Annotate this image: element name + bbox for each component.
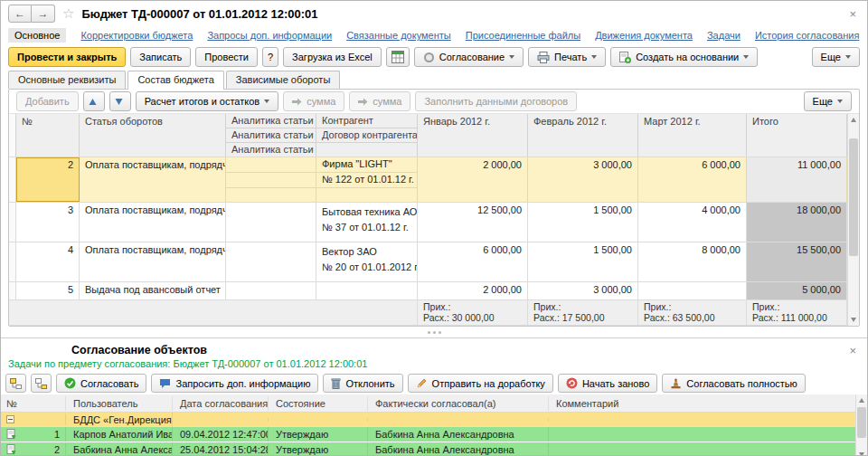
column-header-analytics2[interactable]: Аналитика статьи 2 (226, 128, 316, 143)
column-header-counterparty-label[interactable]: Контрагент (316, 114, 417, 128)
cell-total[interactable]: 11 000,00 (747, 157, 847, 202)
cell-state[interactable]: Утверждаю (269, 427, 368, 442)
cell-feb[interactable]: 1 500,00 (528, 203, 638, 242)
cell-num[interactable]: 3 (16, 203, 80, 242)
column-header-mar[interactable]: Март 2012 г. (638, 114, 747, 157)
tab-budget-content[interactable]: Состав бюджета (127, 71, 223, 90)
column-header-num[interactable]: № (1, 396, 66, 411)
tab-info-requests[interactable]: Запросы доп. информации (207, 30, 332, 41)
cell-jan[interactable]: 6 000,00 (418, 242, 528, 281)
forward-button[interactable]: → (32, 5, 55, 23)
tab-attached-files[interactable]: Присоединенные файлы (466, 30, 580, 41)
vertical-scrollbar[interactable] (847, 114, 859, 326)
cell-mar[interactable]: 6 000,00 (638, 157, 747, 202)
send-rework-button[interactable]: Отправить на доработку (408, 374, 553, 393)
cell-counterparty-name[interactable]: Фирма "LIGHT" (316, 157, 417, 173)
excel-load-button[interactable]: Загрузка из Excel (283, 47, 382, 67)
add-row-button[interactable]: Добавить (16, 91, 79, 111)
column-header-jan[interactable]: Январь 2012 г. (418, 114, 528, 157)
column-header-feb[interactable]: Февраль 2012 г. (528, 114, 638, 157)
save-button[interactable]: Записать (130, 47, 191, 67)
scrollbar-thumb[interactable] (857, 407, 866, 438)
scroll-up-button[interactable] (848, 114, 859, 126)
approval-row[interactable]: 1 Карпов Анатолий Иванович 09.04.2012 12… (1, 427, 855, 442)
excel-table-button[interactable] (386, 47, 410, 67)
cell-num-selected[interactable]: 2 (16, 157, 80, 202)
column-header-analytics1[interactable]: Аналитика статьи 1 (226, 114, 316, 128)
cell-analytics[interactable] (226, 282, 316, 299)
cell-actual[interactable]: Бабкина Анна Александровна (368, 442, 549, 456)
cell-analytics[interactable] (226, 157, 316, 202)
sum-left-button[interactable]: сумма (283, 91, 344, 111)
cell-contract[interactable]: № 122 от 01.01.12 г. (316, 173, 417, 188)
approval-vertical-scrollbar[interactable] (855, 394, 867, 456)
cell-date[interactable]: 25.04.2012 15:04:28 (173, 442, 269, 456)
restart-button[interactable]: Начать заново (558, 374, 657, 393)
column-header-total[interactable]: Итого (747, 114, 847, 157)
cell-num[interactable]: 1 (1, 427, 66, 442)
panel-splitter[interactable] (1, 327, 867, 337)
tab-approval-history[interactable]: История согласования (755, 30, 860, 41)
table-row[interactable]: 2 Оплата поставщикам, подрядчикам Фирма … (9, 157, 847, 203)
cell-jan[interactable]: 2 000,00 (418, 282, 528, 299)
cell-user[interactable]: Бабкина Анна Александровна (66, 442, 173, 456)
column-header-user[interactable]: Пользователь (66, 396, 173, 411)
tab-tasks[interactable]: Задачи (707, 30, 741, 41)
approval-row[interactable]: 2 Бабкина Анна Александровна 25.04.2012 … (1, 442, 855, 456)
back-button[interactable]: ← (8, 5, 32, 23)
column-header-date[interactable]: Дата согласования (173, 396, 269, 411)
cell-feb[interactable]: 3 000,00 (528, 282, 638, 299)
scroll-up-button[interactable] (856, 394, 867, 406)
more-button[interactable]: Еще (812, 47, 860, 67)
move-down-button[interactable] (109, 91, 131, 111)
group-row[interactable]: БДДС «Ген.Дирекция ТД НК» (1, 413, 855, 427)
grid-more-button[interactable]: Еще (804, 91, 852, 111)
post-and-close-button[interactable]: Провести и закрыть (8, 47, 126, 67)
cell-item[interactable]: Оплата поставщикам, подрядчикам (80, 242, 226, 281)
cell-counterparty[interactable]: Бытовая техника АО ЗТ № 37 от 01.01.12 г… (316, 203, 418, 242)
approval-close-icon[interactable]: × (845, 344, 860, 357)
column-header-comment[interactable]: Комментарий (549, 396, 855, 411)
cell-analytics[interactable] (226, 242, 316, 281)
cell-comment[interactable] (549, 432, 855, 436)
scroll-down-button[interactable] (856, 449, 867, 456)
cell-user[interactable]: Карпов Анатолий Иванович (66, 427, 173, 442)
reject-button[interactable]: Отклонить (323, 374, 402, 393)
cell-counterparty[interactable]: Фирма "LIGHT" № 122 от 01.01.12 г. (316, 157, 418, 202)
expand-tree-button[interactable] (5, 374, 26, 393)
cell-comment[interactable] (549, 448, 855, 451)
scroll-down-button[interactable] (848, 314, 859, 326)
cell-num[interactable]: 5 (16, 282, 80, 299)
totals-calc-button[interactable]: Расчет итогов и остатков (136, 91, 279, 111)
cell-date[interactable]: 09.04.2012 12:47:00 (173, 427, 269, 442)
column-header-analytics3[interactable]: Аналитика статьи 3 (226, 143, 316, 157)
column-header-contract[interactable]: Договор контрагента (316, 128, 417, 143)
cell-analytics3[interactable] (226, 188, 316, 202)
tab-budget-adjustments[interactable]: Корректировки бюджета (80, 30, 193, 41)
tab-linked-documents[interactable]: Связанные документы (346, 30, 451, 41)
cell-jan[interactable]: 2 000,00 (418, 157, 528, 202)
print-button[interactable]: Печать (528, 47, 606, 67)
request-info-button[interactable]: Запросить доп. информацию (151, 374, 318, 393)
tab-main-requisites[interactable]: Основные реквизиты (8, 71, 126, 89)
cell-mar[interactable]: 8 000,00 (638, 242, 747, 281)
cell-analytics[interactable] (226, 203, 316, 242)
approve-fully-button[interactable]: Согласовать полностью (662, 374, 806, 393)
cell-num[interactable]: 2 (1, 442, 66, 456)
cell-feb[interactable]: 3 000,00 (528, 157, 638, 202)
create-based-on-button[interactable]: Создать на основании (610, 47, 758, 67)
scrollbar-track[interactable] (856, 406, 867, 449)
cell-jan[interactable]: 12 500,00 (418, 203, 528, 242)
cell-feb[interactable]: 1 500,00 (528, 242, 638, 281)
cell-item[interactable]: Выдача под авансовый отчет (80, 282, 226, 299)
cell-item[interactable]: Оплата поставщикам, подрядчикам (80, 157, 226, 202)
column-header-analytics[interactable]: Аналитика статьи 1 Аналитика статьи 2 Ан… (226, 114, 316, 157)
cell-actual[interactable]: Бабкина Анна Александровна (368, 427, 549, 442)
table-row[interactable]: 3 Оплата поставщикам, подрядчикам Бытова… (9, 203, 847, 242)
favorite-star-icon[interactable]: ☆ (62, 5, 74, 22)
fill-from-contracts-button[interactable]: Заполнить данными договоров (415, 91, 577, 111)
column-header-counterparty[interactable]: Контрагент Договор контрагента (316, 114, 418, 157)
cell-total[interactable]: 15 500,00 (747, 242, 847, 281)
cell-total[interactable]: 18 000,00 (747, 203, 847, 242)
cell-mar[interactable]: 4 000,00 (638, 203, 747, 242)
